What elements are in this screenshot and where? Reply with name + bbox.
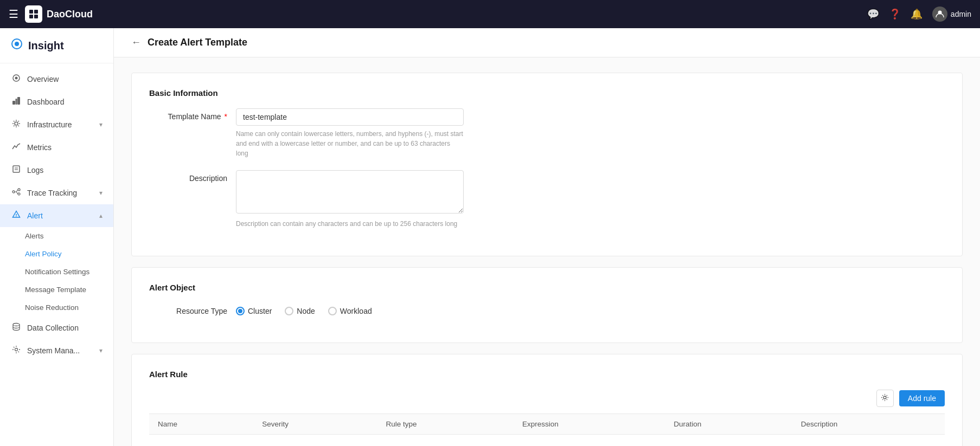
description-row: Description Description can contain any … [149, 170, 945, 229]
bell-icon[interactable]: 🔔 [911, 8, 923, 20]
sidebar-sub-notification-settings[interactable]: Notification Settings [0, 263, 113, 281]
back-button[interactable]: ← [131, 37, 141, 48]
radio-workload[interactable]: Workload [328, 307, 372, 315]
alert-rule-card: Alert Rule Add rule [131, 354, 963, 446]
basic-info-title: Basic Information [149, 88, 945, 98]
svg-point-20 [16, 216, 16, 217]
notification-settings-label: Notification Settings [25, 268, 89, 276]
svg-point-18 [18, 193, 20, 195]
rules-table: Name Severity Rule type Expression Durat… [149, 413, 945, 446]
gear-icon [881, 393, 889, 404]
description-input-wrapper: Description can contain any characters a… [236, 170, 464, 229]
message-template-label: Message Template [25, 286, 86, 294]
col-name: Name [149, 414, 253, 435]
admin-label: admin [951, 10, 971, 18]
empty-row: No Data [149, 435, 945, 447]
svg-point-17 [18, 189, 20, 191]
sidebar-item-data-collection[interactable]: Data Collection [0, 316, 113, 339]
alert-label: Alert [27, 211, 43, 220]
data-collection-label: Data Collection [27, 324, 79, 332]
main-content: ← Create Alert Template Basic Informatio… [114, 28, 980, 446]
sidebar-sub-alerts[interactable]: Alerts [0, 227, 113, 245]
sidebar-item-trace-tracking[interactable]: Trace Tracking ▾ [0, 182, 113, 204]
svg-rect-9 [12, 101, 15, 105]
admin-area[interactable]: admin [932, 7, 971, 22]
alert-sub-nav: Alerts Alert Policy Notification Setting… [0, 227, 113, 316]
alert-chevron: ▴ [99, 212, 103, 219]
metrics-label: Metrics [27, 143, 52, 152]
system-mana-icon [11, 345, 22, 356]
svg-rect-11 [17, 97, 20, 105]
topnav: ☰ DaoCloud 💬 ❓ 🔔 admin [0, 0, 980, 28]
sidebar: Insight Overview Dashboard Infrastructur [0, 28, 114, 446]
alert-policy-label: Alert Policy [25, 250, 62, 258]
template-name-hint: Name can only contain lowercase letters,… [236, 129, 464, 158]
overview-label: Overview [27, 75, 59, 83]
infrastructure-icon [11, 119, 22, 130]
sidebar-sub-alert-policy[interactable]: Alert Policy [0, 245, 113, 263]
sidebar-item-overview[interactable]: Overview [0, 68, 113, 91]
radio-node-label: Node [297, 307, 315, 315]
sidebar-item-infrastructure[interactable]: Infrastructure ▾ [0, 113, 113, 136]
add-rule-button[interactable]: Add rule [899, 390, 945, 406]
infrastructure-chevron: ▾ [99, 121, 103, 128]
radio-circle-workload [328, 307, 337, 315]
template-name-input[interactable] [236, 108, 464, 126]
col-severity: Severity [253, 414, 377, 435]
sidebar-sub-noise-reduction[interactable]: Noise Reduction [0, 299, 113, 316]
help-icon[interactable]: ❓ [889, 8, 901, 20]
trace-tracking-chevron: ▾ [99, 189, 103, 197]
svg-point-16 [12, 191, 15, 193]
col-rule-type: Rule type [377, 414, 514, 435]
sidebar-item-dashboard[interactable]: Dashboard [0, 91, 113, 113]
sidebar-item-metrics[interactable]: Metrics [0, 136, 113, 159]
svg-point-6 [15, 42, 19, 46]
svg-point-23 [883, 396, 886, 399]
template-name-label: Template Name * [149, 108, 236, 121]
sidebar-nav: Overview Dashboard Infrastructure ▾ [0, 63, 113, 366]
hamburger-icon[interactable]: ☰ [9, 8, 18, 21]
svg-point-8 [15, 77, 18, 80]
logo-text: DaoCloud [47, 9, 93, 20]
template-name-input-wrapper: Name can only contain lowercase letters,… [236, 108, 464, 158]
alert-object-card: Alert Object Resource Type Cluster Node [131, 267, 963, 343]
svg-point-21 [13, 324, 20, 326]
resource-type-row: Resource Type Cluster Node [149, 303, 945, 315]
alert-object-title: Alert Object [149, 283, 945, 292]
page-header: ← Create Alert Template [114, 28, 980, 57]
svg-rect-0 [29, 10, 33, 14]
infrastructure-label: Infrastructure [27, 120, 72, 129]
trace-tracking-icon [11, 188, 22, 198]
chat-icon[interactable]: 💬 [867, 8, 879, 20]
sidebar-item-system-mana[interactable]: System Mana... ▾ [0, 339, 113, 362]
noise-reduction-label: Noise Reduction [25, 303, 79, 312]
logs-icon [11, 165, 22, 176]
resource-type-label: Resource Type [149, 303, 236, 315]
svg-point-12 [15, 122, 18, 125]
svg-rect-10 [16, 99, 17, 105]
description-input[interactable] [236, 170, 464, 214]
dashboard-icon [11, 96, 22, 107]
col-description: Description [792, 414, 945, 435]
sidebar-sub-message-template[interactable]: Message Template [0, 281, 113, 299]
radio-node[interactable]: Node [285, 307, 315, 315]
alert-icon [11, 210, 22, 221]
gear-button[interactable] [876, 390, 894, 407]
system-mana-chevron: ▾ [99, 347, 103, 354]
svg-rect-1 [34, 10, 38, 14]
avatar [932, 7, 947, 22]
col-expression: Expression [514, 414, 665, 435]
svg-rect-13 [13, 166, 20, 172]
logo-icon [25, 5, 42, 23]
sidebar-item-alert[interactable]: Alert ▴ [0, 204, 113, 227]
radio-cluster[interactable]: Cluster [236, 307, 272, 315]
sidebar-brand: Insight [0, 28, 113, 63]
metrics-icon [11, 142, 22, 153]
radio-workload-label: Workload [340, 307, 372, 315]
sidebar-item-logs[interactable]: Logs [0, 159, 113, 182]
col-duration: Duration [665, 414, 792, 435]
form-area: Basic Information Template Name * Name c… [114, 57, 980, 446]
sidebar-brand-label: Insight [28, 40, 64, 52]
radio-circle-node [285, 307, 293, 315]
basic-info-card: Basic Information Template Name * Name c… [131, 73, 963, 256]
